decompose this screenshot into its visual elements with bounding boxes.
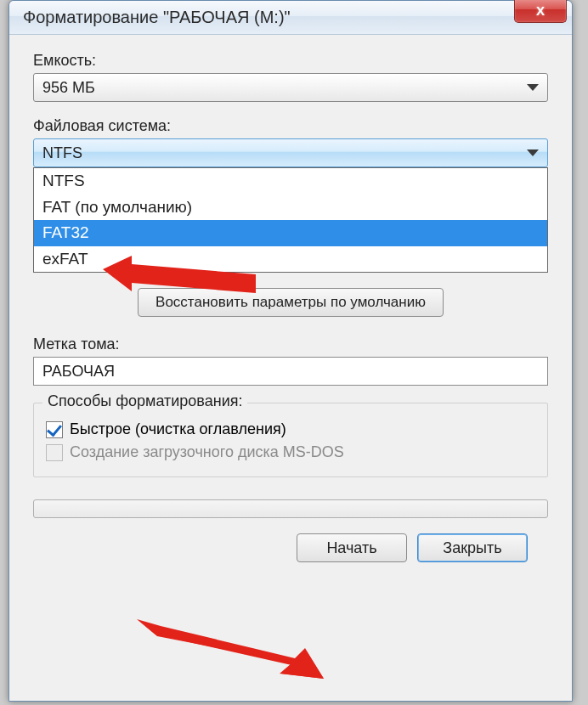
capacity-value: 956 МБ <box>42 79 95 97</box>
msdos-boot-checkbox <box>46 444 63 461</box>
filesystem-dropdown: NTFS FAT (по умолчанию) FAT32 exFAT <box>33 167 548 273</box>
msdos-boot-label: Создание загрузочного диска MS-DOS <box>70 443 344 461</box>
filesystem-label: Файловая система: <box>33 117 548 135</box>
svg-marker-2 <box>137 619 324 679</box>
filesystem-option[interactable]: NTFS <box>34 168 547 195</box>
close-icon: X <box>536 3 545 18</box>
filesystem-option-selected[interactable]: FAT32 <box>34 220 547 246</box>
format-options-legend: Способы форматирования: <box>42 392 247 410</box>
format-dialog: Форматирование "РАБОЧАЯ (M:)" X Емкость:… <box>8 0 573 702</box>
chevron-down-icon <box>527 149 539 156</box>
filesystem-option[interactable]: exFAT <box>34 246 547 273</box>
annotation-arrow-bottom <box>137 619 324 679</box>
msdos-boot-row: Создание загрузочного диска MS-DOS <box>46 443 535 461</box>
quick-format-row[interactable]: Быстрое (очистка оглавления) <box>46 420 535 438</box>
progress-bar <box>33 499 548 518</box>
filesystem-option[interactable]: FAT (по умолчанию) <box>34 195 547 221</box>
titlebar: Форматирование "РАБОЧАЯ (M:)" X <box>9 1 572 35</box>
volume-label-label: Метка тома: <box>33 336 548 353</box>
svg-marker-1 <box>137 619 324 679</box>
close-button[interactable]: X <box>514 0 567 23</box>
quick-format-checkbox[interactable] <box>46 421 63 438</box>
format-options-group: Способы форматирования: Быстрое (очистка… <box>33 403 548 477</box>
filesystem-value: NTFS <box>42 144 82 162</box>
titlebar-text: Форматирование "РАБОЧАЯ (M:)" <box>23 8 291 27</box>
quick-format-label: Быстрое (очистка оглавления) <box>70 420 286 438</box>
restore-defaults-button[interactable]: Восстановить параметры по умолчанию <box>138 288 444 317</box>
client-area: Емкость: 956 МБ Файловая система: NTFS N… <box>9 35 572 567</box>
capacity-label: Емкость: <box>33 52 548 70</box>
capacity-combo[interactable]: 956 МБ <box>33 73 548 102</box>
filesystem-combo[interactable]: NTFS <box>33 138 548 167</box>
volume-label-value: РАБОЧАЯ <box>42 363 115 381</box>
start-button[interactable]: Начать <box>297 533 407 562</box>
chevron-down-icon <box>527 84 539 91</box>
bottom-button-row: Начать Закрыть <box>33 533 528 562</box>
close-dialog-button[interactable]: Закрыть <box>417 533 528 562</box>
volume-label-input[interactable]: РАБОЧАЯ <box>33 357 548 386</box>
